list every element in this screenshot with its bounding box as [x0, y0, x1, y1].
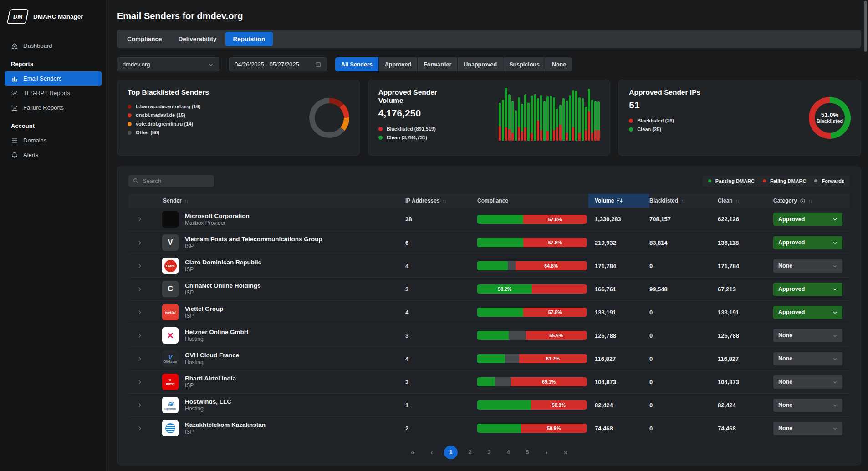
date-range-input[interactable]: 04/26/2025 - 05/27/2025	[229, 57, 327, 71]
pagination-arrow[interactable]: ›	[540, 446, 553, 459]
sender-type: Hosting	[185, 359, 239, 366]
category-dropdown[interactable]: Approved	[773, 236, 842, 249]
sidebar-item-dashboard[interactable]: Dashboard	[5, 39, 102, 53]
column-header-clean[interactable]: Clean↑↓	[718, 194, 773, 208]
row-expander-button[interactable]	[128, 425, 150, 431]
sort-icon[interactable]: ↑↓	[184, 198, 188, 203]
volume-cell: 126,788	[595, 332, 649, 339]
filter-approved[interactable]: Approved	[379, 57, 417, 71]
compliance-segment-green	[477, 424, 521, 433]
domain-select[interactable]: dmdev.org	[117, 57, 219, 71]
sort-icon[interactable]: ↑↓	[735, 198, 739, 203]
blacklisted-legend-item: vote.drbl.gremlin.ru (14)	[128, 120, 209, 128]
pagination-page-1[interactable]: 1	[444, 446, 458, 459]
sender-cell: VVietnam Posts and Telecommunications Gr…	[150, 234, 405, 251]
category-dropdown[interactable]: Approved	[773, 213, 842, 226]
category-dropdown[interactable]: None	[773, 375, 842, 389]
tab-compliance[interactable]: Compliance	[119, 32, 170, 46]
pagination-page-2[interactable]: 2	[463, 446, 477, 459]
column-header-blacklisted[interactable]: Blacklisted↑↓	[649, 194, 718, 208]
search-input[interactable]: Search	[128, 175, 214, 187]
row-expander-button[interactable]	[128, 216, 150, 222]
sidebar-item-failure-reports[interactable]: Failure Reports	[5, 101, 102, 115]
page-title: Email Senders for dmdev.org	[117, 0, 861, 21]
ips-donut-label: Blacklisted	[817, 118, 843, 124]
category-cell: None	[773, 352, 851, 365]
pagination-arrow[interactable]: »	[559, 446, 572, 459]
compliance-segment-gray	[508, 261, 516, 270]
blacklisted-cell: 0	[649, 379, 718, 385]
row-expander-button[interactable]	[128, 240, 150, 246]
blacklisted-legend-label: vote.drbl.gremlin.ru (14)	[136, 120, 193, 128]
volume-bar-blacklisted-segment	[553, 130, 555, 141]
pagination-arrow[interactable]: «	[406, 446, 419, 459]
category-dropdown[interactable]: None	[773, 352, 842, 365]
sort-icon[interactable]: ↑↓	[442, 198, 446, 203]
table-row: VOVH.comOVH Cloud FranceHosting461.7%116…	[128, 347, 850, 370]
claro-logo-circle: Claro	[164, 260, 177, 272]
category-dropdown[interactable]: None	[773, 422, 842, 435]
vertical-scrollbar[interactable]	[864, 1, 867, 52]
row-expander-button[interactable]	[128, 263, 150, 269]
volume-cell: 116,827	[595, 355, 649, 362]
volume-legend-dot	[378, 127, 383, 131]
pagination-page-3[interactable]: 3	[482, 446, 496, 459]
chevron-down-icon	[832, 263, 837, 268]
sidebar-item-email-senders[interactable]: Email Senders	[5, 71, 102, 86]
kazakhtelecom-logo	[162, 420, 179, 436]
compliance-cell: 69.1%	[477, 377, 595, 386]
column-header-category-label: Category	[773, 198, 797, 204]
column-header-sender[interactable]: Sender↑↓	[150, 194, 405, 208]
row-expander-button[interactable]	[128, 379, 150, 385]
compliance-bar: 50.2%	[477, 284, 587, 294]
sidebar-item-tls-rpt-reports[interactable]: TLS-RPT Reports	[5, 86, 102, 100]
blacklisted-legend-item: b.barracudacentral.org (16)	[128, 102, 209, 111]
category-dropdown[interactable]: None	[773, 329, 842, 342]
row-expander-button[interactable]	[128, 309, 150, 315]
sort-desc-icon[interactable]	[617, 198, 623, 203]
sidebar-item-domains[interactable]: Domains	[5, 133, 102, 147]
blacklisted-legend-item: Other (80)	[128, 128, 209, 137]
chevron-right-icon	[137, 333, 143, 339]
filter-none[interactable]: None	[546, 57, 572, 71]
row-expander-button[interactable]	[128, 356, 150, 362]
row-expander-button[interactable]	[128, 402, 150, 408]
row-expander-button[interactable]	[128, 333, 150, 339]
column-header-blacklisted-label: Blacklisted	[649, 198, 678, 204]
sort-icon[interactable]: ↑↓	[808, 198, 812, 203]
volume-bar-23	[572, 90, 574, 141]
category-cell: Approved	[773, 306, 851, 319]
tab-reputation[interactable]: Reputation	[225, 32, 273, 46]
hostwinds-logo-mark: ≋	[168, 400, 174, 407]
sidebar-item-alerts[interactable]: Alerts	[5, 148, 102, 162]
sender-cell: Microsoft CorporationMailbox Provider	[150, 211, 405, 228]
chevron-down-icon	[832, 403, 837, 408]
column-header-category[interactable]: Category↑↓	[773, 194, 851, 208]
blacklisted-legend-dot	[128, 105, 132, 109]
sender-name-wrap: Hostwinds, LLCHosting	[185, 398, 231, 412]
pagination-page-4[interactable]: 4	[501, 446, 515, 459]
pagination-page-5[interactable]: 5	[521, 446, 534, 459]
filter-forwarder[interactable]: Forwarder	[418, 57, 457, 71]
filter-unapproved[interactable]: Unapproved	[458, 57, 503, 71]
ips-legend-label: Blacklisted (26)	[637, 116, 674, 125]
category-dropdown[interactable]: None	[773, 399, 842, 412]
column-header-ip-addresses[interactable]: IP Addresses↑↓	[405, 194, 477, 208]
compliance-percent-label: 59.9%	[547, 425, 561, 431]
volume-bar-28	[588, 89, 590, 141]
filter-all-senders[interactable]: All Senders	[335, 57, 378, 71]
tab-deliverability[interactable]: Deliverability	[171, 32, 225, 46]
sort-icon[interactable]: ↑↓	[681, 198, 684, 203]
row-expander-button[interactable]	[128, 286, 150, 292]
category-dropdown[interactable]: Approved	[773, 306, 842, 319]
info-icon[interactable]	[800, 198, 806, 204]
ips-legend-dot	[629, 127, 633, 132]
column-header-volume[interactable]: Volume	[588, 194, 649, 208]
category-dropdown[interactable]: Approved	[773, 283, 842, 296]
compliance-cell: 50.9%	[477, 400, 595, 410]
category-dropdown[interactable]: None	[773, 259, 842, 273]
volume-bar-clean-segment	[556, 109, 558, 127]
pagination-arrow[interactable]: ‹	[425, 446, 439, 459]
bell-icon	[11, 152, 18, 159]
filter-suspicious[interactable]: Suspicious	[503, 57, 546, 71]
